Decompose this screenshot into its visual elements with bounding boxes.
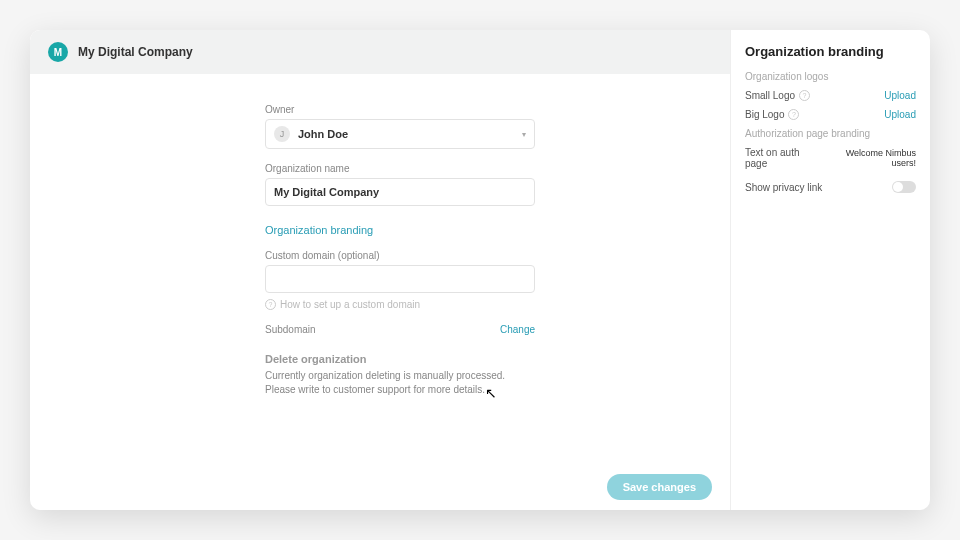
custom-domain-help-row[interactable]: ? How to set up a custom domain bbox=[265, 299, 535, 310]
upload-small-logo-link[interactable]: Upload bbox=[884, 90, 916, 101]
owner-name: John Doe bbox=[298, 128, 348, 140]
help-icon: ? bbox=[265, 299, 276, 310]
custom-domain-input[interactable] bbox=[265, 265, 535, 293]
header-bar: M My Digital Company bbox=[30, 30, 730, 74]
big-logo-label: Big Logo ? bbox=[745, 109, 799, 120]
subdomain-label: Subdomain bbox=[265, 324, 316, 335]
branding-sidebar: Organization branding Organization logos… bbox=[730, 30, 930, 510]
small-logo-text: Small Logo bbox=[745, 90, 795, 101]
auth-text-row: Text on auth page Welcome Nimbus users! bbox=[745, 147, 916, 169]
main-panel: M My Digital Company Owner J John Doe ▾ … bbox=[30, 30, 730, 510]
settings-window: M My Digital Company Owner J John Doe ▾ … bbox=[30, 30, 930, 510]
auth-section-label: Authorization page branding bbox=[745, 128, 916, 139]
form-area: Owner J John Doe ▾ Organization name Org… bbox=[30, 74, 730, 510]
help-icon[interactable]: ? bbox=[799, 90, 810, 101]
logos-section-label: Organization logos bbox=[745, 71, 916, 82]
big-logo-row: Big Logo ? Upload bbox=[745, 109, 916, 120]
chevron-down-icon: ▾ bbox=[522, 130, 526, 139]
owner-select[interactable]: J John Doe ▾ bbox=[265, 119, 535, 149]
custom-domain-help-text: How to set up a custom domain bbox=[280, 299, 420, 310]
org-avatar: M bbox=[48, 42, 68, 62]
delete-org-text-2: Please write to customer support for mor… bbox=[265, 383, 535, 397]
save-button[interactable]: Save changes bbox=[607, 474, 712, 500]
form-inner: Owner J John Doe ▾ Organization name Org… bbox=[265, 104, 535, 500]
org-name-input[interactable] bbox=[265, 178, 535, 206]
sidebar-title: Organization branding bbox=[745, 44, 916, 59]
auth-text-value[interactable]: Welcome Nimbus users! bbox=[825, 148, 916, 168]
privacy-label: Show privacy link bbox=[745, 182, 822, 193]
privacy-toggle[interactable] bbox=[892, 181, 916, 193]
small-logo-label: Small Logo ? bbox=[745, 90, 810, 101]
org-title: My Digital Company bbox=[78, 45, 193, 59]
owner-label: Owner bbox=[265, 104, 535, 115]
auth-text-label: Text on auth page bbox=[745, 147, 819, 169]
delete-org-text-1: Currently organization deleting is manua… bbox=[265, 369, 535, 383]
org-name-label: Organization name bbox=[265, 163, 535, 174]
branding-link[interactable]: Organization branding bbox=[265, 224, 373, 236]
delete-org-heading: Delete organization bbox=[265, 353, 535, 365]
change-subdomain-link[interactable]: Change bbox=[500, 324, 535, 335]
owner-avatar: J bbox=[274, 126, 290, 142]
upload-big-logo-link[interactable]: Upload bbox=[884, 109, 916, 120]
custom-domain-label: Custom domain (optional) bbox=[265, 250, 535, 261]
subdomain-row: Subdomain Change bbox=[265, 324, 535, 335]
help-icon[interactable]: ? bbox=[788, 109, 799, 120]
small-logo-row: Small Logo ? Upload bbox=[745, 90, 916, 101]
big-logo-text: Big Logo bbox=[745, 109, 784, 120]
privacy-toggle-row: Show privacy link bbox=[745, 181, 916, 193]
